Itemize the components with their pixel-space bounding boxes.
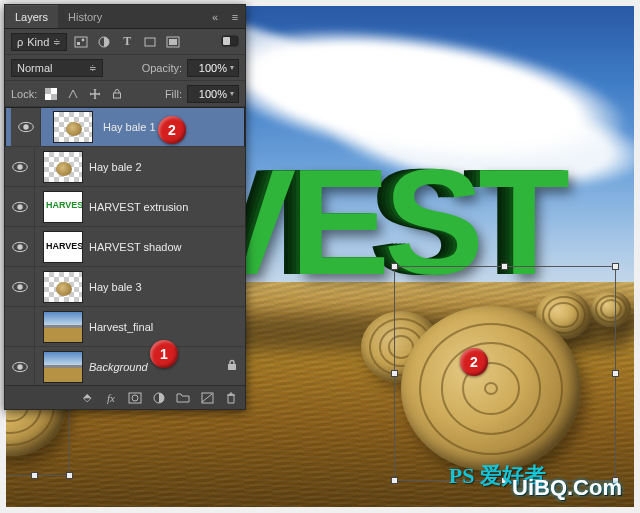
- svg-point-22: [17, 284, 22, 289]
- lock-position-icon[interactable]: [86, 85, 104, 103]
- layer-visibility-toggle[interactable]: [5, 227, 35, 266]
- tab-layers[interactable]: Layers: [5, 5, 58, 28]
- svg-rect-4: [145, 38, 155, 46]
- layer-visibility-toggle[interactable]: [5, 267, 35, 306]
- layer-name: Background: [89, 361, 148, 373]
- layer-row[interactable]: Harvest_final: [5, 307, 245, 347]
- layer-name: Hay bale 3: [89, 281, 142, 293]
- panel-menu-icon[interactable]: ≡: [225, 11, 245, 23]
- transform-handle[interactable]: [66, 472, 73, 479]
- callout-badge-2: 2: [460, 348, 488, 376]
- svg-point-20: [17, 244, 22, 249]
- filter-shape-icon[interactable]: [141, 33, 159, 51]
- layer-row[interactable]: Background: [5, 347, 245, 387]
- transform-handle[interactable]: [391, 477, 398, 484]
- fill-input[interactable]: 100%▾: [187, 85, 239, 103]
- callout-badge-1: 1: [150, 340, 178, 368]
- layer-name: HARVEST shadow: [89, 241, 182, 253]
- svg-point-14: [23, 124, 28, 129]
- transform-handle[interactable]: [612, 370, 619, 377]
- filter-kind-select[interactable]: ρKind≑: [11, 33, 67, 51]
- new-layer-icon[interactable]: [199, 390, 215, 406]
- layer-visibility-toggle[interactable]: [5, 187, 35, 226]
- blend-mode-select[interactable]: Normal≑: [11, 59, 103, 77]
- panel-tabs: Layers History « ≡: [5, 5, 245, 29]
- fill-label: Fill:: [165, 88, 182, 100]
- layer-visibility-toggle[interactable]: [11, 108, 41, 146]
- filter-smart-icon[interactable]: [164, 33, 182, 51]
- svg-rect-11: [51, 94, 57, 100]
- blend-row: Normal≑ Opacity: 100%▾: [5, 55, 245, 81]
- transform-bounding-box[interactable]: [394, 266, 616, 481]
- layers-panel-footer: ⬘ fx: [5, 385, 245, 409]
- svg-point-2: [82, 38, 85, 41]
- svg-point-18: [17, 204, 22, 209]
- lock-all-icon[interactable]: [108, 85, 126, 103]
- filter-pixel-icon[interactable]: [72, 33, 90, 51]
- panel-collapse-icon[interactable]: «: [205, 11, 225, 23]
- svg-rect-12: [114, 93, 121, 98]
- layer-name: Hay bale 2: [89, 161, 142, 173]
- filter-toggle-switch[interactable]: [221, 35, 239, 49]
- layer-name: Harvest_final: [89, 321, 153, 333]
- svg-point-24: [17, 364, 22, 369]
- svg-rect-1: [77, 42, 80, 45]
- new-group-icon[interactable]: [175, 390, 191, 406]
- delete-layer-icon[interactable]: [223, 390, 239, 406]
- svg-rect-10: [45, 88, 51, 94]
- layer-name: HARVEST extrusion: [89, 201, 188, 213]
- tab-history[interactable]: History: [58, 6, 112, 28]
- transform-handle[interactable]: [612, 263, 619, 270]
- transform-handle[interactable]: [501, 263, 508, 270]
- layer-visibility-toggle[interactable]: [5, 307, 35, 346]
- svg-rect-6: [169, 39, 177, 45]
- opacity-input[interactable]: 100%▾: [187, 59, 239, 77]
- svg-rect-25: [228, 364, 236, 370]
- lock-pixels-icon[interactable]: [64, 85, 82, 103]
- layer-row[interactable]: Hay bale 2: [5, 147, 245, 187]
- layer-lock-icon[interactable]: [219, 359, 245, 374]
- layer-fx-icon[interactable]: fx: [103, 390, 119, 406]
- svg-rect-8: [223, 37, 230, 45]
- new-adjustment-icon[interactable]: [151, 390, 167, 406]
- callout-badge-2: 2: [158, 116, 186, 144]
- transform-handle[interactable]: [391, 370, 398, 377]
- layers-panel: Layers History « ≡ ρKind≑ T Normal≑ Opac…: [4, 4, 246, 410]
- transform-handle[interactable]: [391, 263, 398, 270]
- transform-handle[interactable]: [31, 472, 38, 479]
- app-frame: VEST 2 PS 爱好者 UiBQ.Com Layers: [0, 0, 640, 513]
- add-mask-icon[interactable]: [127, 390, 143, 406]
- opacity-label: Opacity:: [142, 62, 182, 74]
- blend-mode-value: Normal: [17, 62, 52, 74]
- layer-row[interactable]: Hay bale 1: [5, 107, 245, 147]
- filter-kind-label: Kind: [27, 36, 49, 48]
- filter-row: ρKind≑ T: [5, 29, 245, 55]
- svg-point-16: [17, 164, 22, 169]
- svg-rect-0: [75, 37, 87, 47]
- svg-point-27: [132, 395, 138, 401]
- filter-adjustment-icon[interactable]: [95, 33, 113, 51]
- lock-row: Lock: Fill: 100%▾: [5, 81, 245, 107]
- link-layers-icon[interactable]: ⬘: [79, 390, 95, 406]
- lock-transparent-icon[interactable]: [42, 85, 60, 103]
- layer-visibility-toggle[interactable]: [5, 347, 35, 386]
- layer-row[interactable]: HARVESTHARVEST shadow: [5, 227, 245, 267]
- layer-list: Hay bale 1Hay bale 2HARVESTHARVEST extru…: [5, 107, 245, 387]
- layer-row[interactable]: HARVESTHARVEST extrusion: [5, 187, 245, 227]
- layer-visibility-toggle[interactable]: [5, 147, 35, 186]
- layer-name: Hay bale 1: [103, 121, 156, 133]
- filter-type-icon[interactable]: T: [118, 33, 136, 51]
- lock-label: Lock:: [11, 88, 37, 100]
- watermark: UiBQ.Com: [512, 477, 622, 499]
- layer-row[interactable]: Hay bale 3: [5, 267, 245, 307]
